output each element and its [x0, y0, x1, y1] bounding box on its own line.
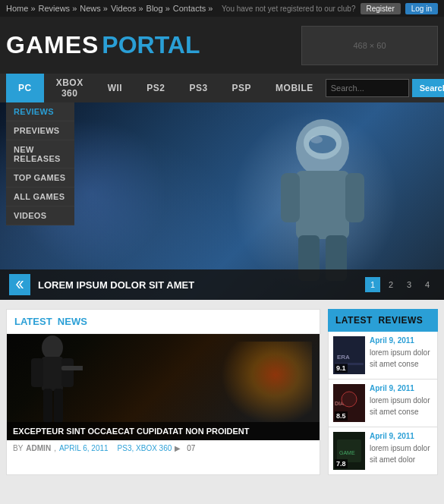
hero-figure [254, 114, 391, 288]
svg-rect-3 [345, 173, 364, 222]
submenu-previews[interactable]: PREVIEWS [6, 121, 74, 140]
search-area: Search [326, 79, 444, 97]
news-date: APRIL 6, 2011 [59, 444, 109, 452]
review-desc-2: lorem ipsum dolor sit amet conse [370, 396, 430, 416]
nav-blog[interactable]: Blog » [146, 4, 170, 13]
nav-reviews[interactable]: Reviews » [39, 4, 77, 13]
news-tags[interactable]: PS3, XBOX 360 [118, 444, 172, 452]
page-1[interactable]: 1 [365, 277, 380, 292]
submenu-reviews[interactable]: REVIEWS [6, 102, 74, 121]
svg-rect-14 [61, 358, 74, 387]
svg-rect-15 [43, 389, 52, 423]
page-4[interactable]: 4 [420, 277, 435, 292]
top-nav: Home » Reviews » News » Videos » Blog » … [6, 4, 213, 13]
tab-psp[interactable]: PSP [220, 74, 264, 102]
hero-caption: LOREM IPSUM DOLOR SIT AMET 1 2 3 4 [0, 269, 444, 300]
page-wrapper: Home » Reviews » News » Videos » Blog » … [0, 0, 444, 484]
news-meta: BY ADMIN, APRIL 6, 2011 PS3, XBOX 360 ▶ … [7, 440, 320, 456]
review-item-1[interactable]: ERA 9.1 April 9, 2011 lorem ipsum dolor … [328, 332, 438, 380]
nav-contacts[interactable]: Contacts » [173, 4, 213, 13]
register-message: You have not yet registered to our club? [222, 5, 355, 13]
top-bar-right: You have not yet registered to our club?… [222, 3, 438, 14]
top-bar: Home » Reviews » News » Videos » Blog » … [0, 0, 444, 17]
review-item-3[interactable]: GAME 7.8 April 9, 2011 lorem ipsum dolor… [328, 427, 438, 475]
svg-marker-10 [19, 281, 24, 288]
news-title-bar: EXCEPTEUR SINT OCCAECAT CUPIDATAT NON PR… [7, 422, 320, 440]
nav-videos[interactable]: Videos » [111, 4, 143, 13]
svg-rect-2 [281, 173, 300, 222]
ad-banner: 468 × 60 [301, 26, 438, 65]
review-desc-3: lorem ipsum dolor sit amet dolor [370, 444, 430, 464]
review-info-2: April 9, 2011 lorem ipsum dolor sit amet… [370, 384, 433, 417]
news-featured-image[interactable]: EXCEPTEUR SINT OCCAECAT CUPIDATAT NON PR… [7, 334, 320, 440]
nav-home[interactable]: Home » [6, 4, 36, 13]
tab-mobile[interactable]: Mobile [263, 74, 326, 102]
svg-point-23 [342, 392, 357, 407]
review-score-3: 7.8 [335, 459, 348, 468]
svg-text:GAME: GAME [339, 450, 355, 455]
review-thumb-1: ERA 9.1 [333, 336, 365, 374]
tab-xbox360[interactable]: XBOX 360 [44, 74, 96, 102]
page-2[interactable]: 2 [383, 277, 398, 292]
register-button[interactable]: Register [361, 3, 401, 14]
news-comments: 07 [187, 444, 195, 452]
news-title: EXCEPTEUR SINT OCCAECAT CUPIDATAT NON PR… [13, 427, 249, 436]
review-score-1: 9.1 [335, 364, 348, 373]
svg-rect-13 [31, 358, 43, 387]
tab-ps3[interactable]: PS3 [177, 74, 219, 102]
double-chevron-icon [14, 279, 25, 290]
news-author: ADMIN [26, 444, 51, 452]
news-highlight: NEWS [58, 316, 87, 327]
comment-icon: ▶ [175, 444, 181, 452]
review-score-2: 8.5 [335, 411, 348, 421]
review-thumb-2: DIABLO 8.5 [333, 384, 365, 422]
news-section: LATEST NEWS [6, 309, 320, 475]
news-soldier [22, 334, 83, 425]
svg-point-11 [42, 335, 63, 360]
svg-rect-1 [296, 171, 349, 239]
reviews-label: LATEST [335, 315, 373, 326]
submenu-all-games[interactable]: ALL GAMES [6, 187, 74, 206]
soldier-svg [22, 334, 83, 425]
review-info-3: April 9, 2011 lorem ipsum dolor sit amet… [370, 432, 433, 465]
review-date-1: April 9, 2011 [370, 336, 433, 345]
review-desc-1: lorem ipsum dolor sit amet conse [370, 348, 430, 368]
tab-pc[interactable]: PC [6, 74, 44, 102]
header: GAMES PORTAL 468 × 60 [0, 17, 444, 74]
submenu-videos[interactable]: VIDEOS [6, 206, 74, 225]
svg-rect-17 [61, 366, 83, 370]
reviews-section: LATEST REVIEWS ERA 9.1 April 9, 2011 lor… [328, 309, 438, 475]
svg-rect-12 [42, 357, 63, 391]
review-date-2: April 9, 2011 [370, 384, 433, 392]
submenu-top-games[interactable]: TOP GAMES [6, 169, 74, 187]
hero-slide-title: LOREM IPSUM DOLOR SIT AMET [38, 279, 365, 291]
page-3[interactable]: 3 [401, 277, 417, 292]
svg-point-8 [310, 136, 323, 143]
search-button[interactable]: Search [412, 79, 444, 97]
submenu-new-releases[interactable]: NEW RELEASES [6, 140, 74, 169]
hero-figure-svg [254, 114, 391, 288]
hero-prev-arrow[interactable] [9, 274, 30, 295]
logo: GAMES PORTAL [6, 31, 200, 59]
logo-games: GAMES [6, 31, 99, 59]
by-label: BY [13, 444, 23, 452]
review-info-1: April 9, 2011 lorem ipsum dolor sit amet… [370, 336, 433, 370]
submenu: REVIEWS PREVIEWS NEW RELEASES TOP GAMES … [6, 102, 74, 225]
news-explosion [221, 342, 312, 425]
review-date-3: April 9, 2011 [370, 432, 433, 440]
nav-news[interactable]: News » [80, 4, 108, 13]
main-content: LATEST NEWS [0, 300, 444, 484]
review-item-2[interactable]: DIABLO 8.5 April 9, 2011 lorem ipsum dol… [328, 380, 438, 427]
logo-portal: PORTAL [102, 31, 200, 59]
tab-wii[interactable]: WII [96, 74, 135, 102]
news-section-header: LATEST NEWS [7, 310, 320, 334]
svg-text:ERA: ERA [337, 354, 350, 361]
news-label: LATEST [14, 316, 52, 327]
tab-ps2[interactable]: PS2 [134, 74, 177, 102]
hero-pagination: 1 2 3 4 [365, 277, 435, 292]
nav-tabs: PC XBOX 360 WII PS2 PS3 PSP Mobile Searc… [0, 74, 444, 102]
reviews-highlight: REVIEWS [378, 315, 423, 326]
search-input[interactable] [326, 79, 409, 97]
login-button[interactable]: Log in [405, 3, 438, 14]
review-thumb-3: GAME 7.8 [333, 432, 365, 470]
